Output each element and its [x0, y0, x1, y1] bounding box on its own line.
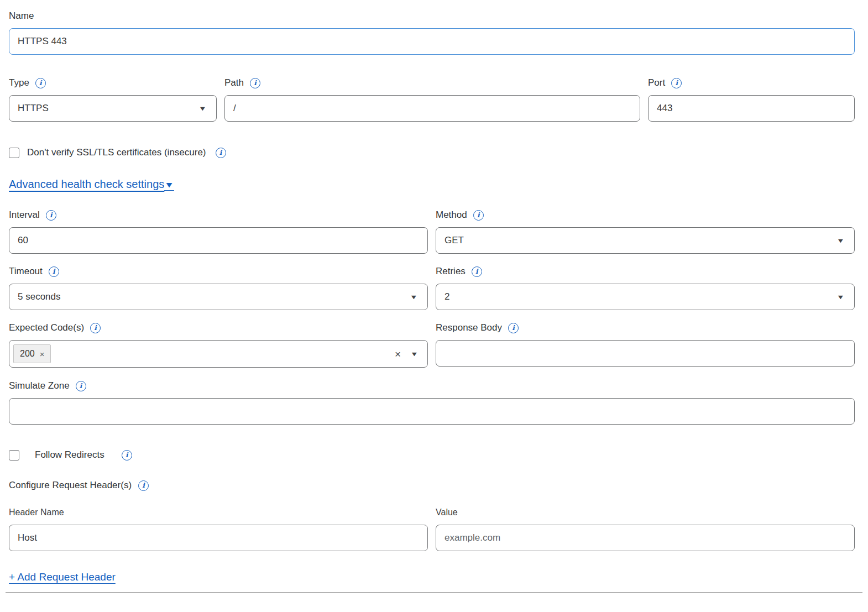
- simulate-zone-input[interactable]: [9, 398, 855, 425]
- path-info-icon[interactable]: i: [250, 78, 260, 88]
- method-field-group: Method i GET ▼: [436, 209, 855, 254]
- path-input[interactable]: [224, 95, 640, 122]
- header-value-input[interactable]: [436, 525, 855, 551]
- interval-label: Interval i: [9, 209, 428, 221]
- name-label-text: Name: [9, 10, 34, 22]
- ssl-verify-checkbox-label: Don't verify SSL/TLS certificates (insec…: [27, 147, 206, 158]
- path-field-group: Path i: [224, 77, 640, 122]
- follow-redirects-checkbox[interactable]: [9, 450, 19, 461]
- health-check-form: Name Type i HTTPS ▼ Path i Port i: [0, 0, 868, 593]
- interval-input[interactable]: [9, 227, 428, 254]
- follow-redirects-label: Follow Redirects: [35, 449, 104, 461]
- timeout-select-value: 5 seconds: [18, 291, 61, 302]
- name-field-group: Name: [9, 10, 855, 55]
- tag-remove-icon[interactable]: ×: [40, 349, 45, 359]
- header-value-field-group: Value: [436, 506, 855, 551]
- chevron-down-icon: ▼: [836, 237, 845, 244]
- add-header-row: + Add Request Header: [9, 571, 855, 583]
- method-info-icon[interactable]: i: [473, 210, 484, 221]
- path-label-text: Path: [224, 77, 244, 89]
- response-body-field-group: Response Body i: [436, 322, 855, 368]
- response-body-label: Response Body i: [436, 322, 855, 334]
- response-body-input[interactable]: [436, 340, 855, 367]
- chevron-down-icon: ▼: [836, 294, 845, 300]
- chevron-down-icon: ▼: [198, 105, 207, 112]
- type-select-value: HTTPS: [18, 103, 49, 114]
- method-label-text: Method: [436, 209, 467, 221]
- timeout-retries-row: Timeout i 5 seconds ▼ Retries i 2 ▼: [9, 265, 855, 310]
- expected-codes-info-icon[interactable]: i: [90, 323, 101, 333]
- follow-redirects-row: Follow Redirects i: [9, 449, 855, 461]
- ssl-verify-checkbox[interactable]: [9, 148, 19, 158]
- request-headers-info-icon[interactable]: i: [138, 480, 149, 491]
- method-select-value: GET: [445, 235, 464, 246]
- type-field-group: Type i HTTPS ▼: [9, 77, 217, 122]
- simulate-zone-info-icon[interactable]: i: [76, 381, 86, 391]
- timeout-field-group: Timeout i 5 seconds ▼: [9, 265, 428, 310]
- header-value-label-text: Value: [436, 506, 458, 519]
- advanced-settings-link-text: Advanced health check settings: [9, 178, 164, 191]
- method-select[interactable]: GET ▼: [436, 227, 855, 254]
- timeout-label: Timeout i: [9, 265, 428, 278]
- request-header-row: Header Name Value: [9, 506, 855, 551]
- follow-redirects-info-icon[interactable]: i: [122, 450, 132, 461]
- type-label-text: Type: [9, 77, 29, 89]
- header-name-input[interactable]: [9, 525, 428, 551]
- simulate-zone-label-text: Simulate Zone: [9, 380, 70, 392]
- header-name-label-text: Header Name: [9, 506, 64, 519]
- code-tag: 200 ×: [13, 344, 51, 363]
- clear-all-icon[interactable]: ×: [395, 349, 401, 359]
- retries-label-text: Retries: [436, 265, 466, 278]
- interval-method-row: Interval i Method i GET ▼: [9, 209, 855, 254]
- expected-codes-label: Expected Code(s) i: [9, 322, 428, 334]
- retries-select[interactable]: 2 ▼: [436, 284, 855, 310]
- request-headers-heading: Configure Request Header(s) i: [9, 480, 855, 491]
- interval-label-text: Interval: [9, 209, 40, 221]
- add-request-header-link[interactable]: + Add Request Header: [9, 571, 116, 583]
- code-tag-text: 200: [20, 349, 35, 359]
- name-label: Name: [9, 10, 855, 22]
- type-path-port-row: Type i HTTPS ▼ Path i Port i: [9, 77, 855, 122]
- timeout-label-text: Timeout: [9, 265, 43, 278]
- simulate-zone-label: Simulate Zone i: [9, 380, 855, 392]
- retries-info-icon[interactable]: i: [472, 266, 482, 277]
- retries-field-group: Retries i 2 ▼: [436, 265, 855, 310]
- expected-codes-multiselect[interactable]: 200 × × ▼: [9, 340, 428, 368]
- method-label: Method i: [436, 209, 855, 221]
- port-label-text: Port: [648, 77, 665, 89]
- port-label: Port i: [648, 77, 855, 89]
- header-name-field-group: Header Name: [9, 506, 428, 551]
- expected-codes-field-group: Expected Code(s) i 200 × × ▼: [9, 322, 428, 368]
- ssl-verify-info-icon[interactable]: i: [216, 148, 226, 158]
- chevron-down-icon: ▼: [410, 294, 418, 300]
- response-body-label-text: Response Body: [436, 322, 502, 334]
- expected-codes-label-text: Expected Code(s): [9, 322, 84, 334]
- triangle-down-icon: ▼: [164, 180, 174, 189]
- port-info-icon[interactable]: i: [671, 78, 682, 88]
- advanced-settings-row: Advanced health check settings▼: [9, 178, 855, 191]
- path-label: Path i: [224, 77, 640, 89]
- header-name-label: Header Name: [9, 506, 428, 519]
- timeout-select[interactable]: 5 seconds ▼: [9, 284, 428, 310]
- section-divider: [6, 592, 862, 593]
- timeout-info-icon[interactable]: i: [49, 266, 59, 277]
- chevron-down-icon[interactable]: ▼: [410, 351, 419, 357]
- header-value-label: Value: [436, 506, 855, 519]
- port-input[interactable]: [648, 95, 855, 122]
- interval-field-group: Interval i: [9, 209, 428, 254]
- advanced-settings-link[interactable]: Advanced health check settings▼: [9, 178, 173, 191]
- type-label: Type i: [9, 77, 217, 89]
- type-select[interactable]: HTTPS ▼: [9, 95, 217, 122]
- interval-info-icon[interactable]: i: [46, 210, 56, 221]
- retries-label: Retries i: [436, 265, 855, 278]
- name-input[interactable]: [9, 28, 855, 55]
- response-body-info-icon[interactable]: i: [508, 323, 519, 333]
- simulate-zone-field-group: Simulate Zone i: [9, 380, 855, 425]
- type-info-icon[interactable]: i: [35, 78, 46, 88]
- codes-body-row: Expected Code(s) i 200 × × ▼ Response Bo…: [9, 322, 855, 368]
- ssl-verify-checkbox-row: Don't verify SSL/TLS certificates (insec…: [9, 147, 855, 158]
- port-field-group: Port i: [648, 77, 855, 122]
- request-headers-heading-text: Configure Request Header(s): [9, 480, 132, 491]
- retries-select-value: 2: [445, 291, 449, 302]
